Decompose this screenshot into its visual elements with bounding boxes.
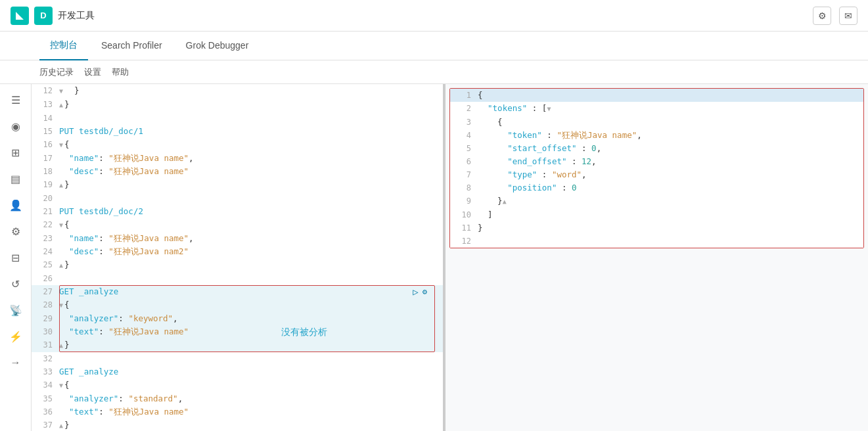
line-number: 12	[32, 84, 59, 97]
sidebar-icon-menu[interactable]: ☰	[5, 89, 26, 110]
right-code-line-10: 10 ]	[450, 208, 863, 221]
right-code-line-1: 1{	[450, 89, 863, 102]
history-button[interactable]: 历史记录	[39, 66, 74, 78]
tab-console[interactable]: 控制台	[39, 32, 88, 60]
code-line-33: 33GET _analyze	[32, 365, 443, 378]
main-content: ☰ ◉ ⊞ ▤ 👤 ⚙ ⊟ ↺ 📡 ⚡ → 12▼ }13▲}1415PUT t…	[0, 84, 868, 431]
code-line-19: 19▲}	[32, 178, 443, 192]
sidebar-icon-network[interactable]: 📡	[5, 300, 26, 321]
code-line-14: 14	[32, 112, 443, 125]
line-number: 15	[32, 125, 59, 138]
code-line-20: 20	[32, 192, 443, 205]
line-number: 28	[32, 298, 59, 311]
code-line-15: 15PUT testdb/_doc/1	[32, 125, 443, 138]
line-number: 37	[32, 419, 59, 431]
sidebar-icon-refresh[interactable]: ↺	[5, 273, 26, 294]
right-line-content: {	[478, 89, 863, 102]
right-line-number: 5	[450, 142, 478, 155]
line-content: ▲}	[59, 98, 443, 112]
sidebar-icon-discover[interactable]: ◉	[5, 116, 26, 137]
line-number: 26	[32, 272, 59, 285]
run-button[interactable]: ▷	[413, 285, 418, 298]
settings-icon[interactable]: ⚙	[813, 7, 831, 25]
sub-toolbar: 历史记录 设置 帮助	[0, 60, 868, 84]
right-line-content: "tokens" : [▼	[478, 102, 863, 116]
code-line-29: 29 "analyzer": "keyword",	[32, 312, 443, 325]
line-number: 27	[32, 285, 59, 298]
wrench-button[interactable]: ⚙	[423, 285, 427, 298]
tab-search-profiler[interactable]: Search Profiler	[91, 32, 173, 60]
sidebar-icon-dev[interactable]: ⚡	[5, 326, 26, 347]
line-content: "text": "狂神说Java name"	[59, 325, 443, 338]
code-line-22: 22▼{	[32, 218, 443, 232]
line-number: 34	[32, 378, 59, 392]
line-content: ▼{	[59, 298, 443, 312]
mail-icon[interactable]: ✉	[839, 7, 857, 25]
sidebar-icon-visualize[interactable]: ⊞	[5, 142, 26, 163]
left-editor-panel[interactable]: 12▼ }13▲}1415PUT testdb/_doc/116▼{17 "na…	[32, 84, 445, 431]
line-content: "analyzer": "keyword",	[59, 312, 443, 325]
line-content: GET _analyze	[59, 285, 443, 298]
line-content: "desc": "狂神说Java nam2"	[59, 245, 443, 258]
code-line-27: 27GET _analyze ▷ ⚙	[32, 285, 443, 298]
sidebar-icon-maps[interactable]: ⊟	[5, 247, 26, 268]
sidebar-icon-dashboard[interactable]: ▤	[5, 168, 26, 189]
line-content: ▲}	[59, 178, 443, 192]
right-line-content: }▲	[478, 194, 863, 208]
right-line-number: 12	[450, 235, 478, 248]
sidebar-icon-arrow[interactable]: →	[5, 352, 26, 373]
right-line-content: "position" : 0	[478, 181, 863, 194]
line-content: ▼{	[59, 378, 443, 392]
line-number: 29	[32, 312, 59, 325]
line-number: 35	[32, 392, 59, 405]
right-line-content: "end_offset" : 12,	[478, 155, 863, 168]
line-number: 17	[32, 152, 59, 165]
line-content: "name": "狂神说Java name",	[59, 232, 443, 245]
help-button[interactable]: 帮助	[112, 66, 129, 78]
right-code-line-12: 12	[450, 235, 863, 248]
right-line-content: "type" : "word",	[478, 168, 863, 181]
right-code-line-4: 4 "token" : "狂神说Java name",	[450, 129, 863, 142]
code-line-34: 34▼{	[32, 378, 443, 392]
right-line-number: 6	[450, 155, 478, 168]
line-number: 14	[32, 112, 59, 125]
line-content: PUT testdb/_doc/1	[59, 125, 443, 138]
sidebar-icon-settings[interactable]: ⚙	[5, 221, 26, 242]
app-title: 开发工具	[58, 10, 813, 22]
right-code-line-7: 7 "type" : "word",	[450, 168, 863, 181]
line-content: ▼ }	[59, 84, 443, 98]
right-code-line-3: 3 {	[450, 116, 863, 129]
tab-grok-debugger[interactable]: Grok Debugger	[175, 32, 260, 60]
left-code-editor: 12▼ }13▲}1415PUT testdb/_doc/116▼{17 "na…	[32, 84, 443, 431]
code-line-30: 30 "text": "狂神说Java name"没有被分析	[32, 325, 443, 338]
code-line-35: 35 "analyzer": "standard",	[32, 392, 443, 405]
code-line-12: 12▼ }	[32, 84, 443, 98]
right-output-panel: 1{2 "tokens" : [▼3 {4 "token" : "狂神说Java…	[445, 84, 868, 431]
top-bar-actions: ⚙ ✉	[813, 7, 857, 25]
line-number: 32	[32, 352, 59, 365]
line-content: GET _analyze	[59, 365, 443, 378]
right-code-line-6: 6 "end_offset" : 12,	[450, 155, 863, 168]
line-number: 30	[32, 325, 59, 338]
line-content: ▲}	[59, 419, 443, 431]
line-content: ▼{	[59, 138, 443, 152]
right-code-line-9: 9 }▲	[450, 194, 863, 208]
sidebar-icon-user[interactable]: 👤	[5, 194, 26, 216]
code-line-18: 18 "desc": "狂神说Java name"	[32, 165, 443, 178]
right-line-content: ]	[478, 208, 863, 221]
code-line-23: 23 "name": "狂神说Java name",	[32, 232, 443, 245]
right-line-number: 2	[450, 102, 478, 115]
line-number: 31	[32, 338, 59, 352]
line-content: "text": "狂神说Java name"	[59, 405, 443, 419]
line-number: 13	[32, 98, 59, 111]
line-number: 16	[32, 138, 59, 151]
code-line-32: 32	[32, 352, 443, 365]
sidebar: ☰ ◉ ⊞ ▤ 👤 ⚙ ⊟ ↺ 📡 ⚡ →	[0, 84, 32, 431]
right-code-line-2: 2 "tokens" : [▼	[450, 102, 863, 116]
right-line-number: 10	[450, 208, 478, 221]
settings-button[interactable]: 设置	[84, 66, 101, 78]
code-line-25: 25▲}	[32, 258, 443, 272]
code-line-31: 31▲}	[32, 338, 443, 352]
line-content: ▲}	[59, 338, 443, 352]
line-content: ▲}	[59, 258, 443, 272]
